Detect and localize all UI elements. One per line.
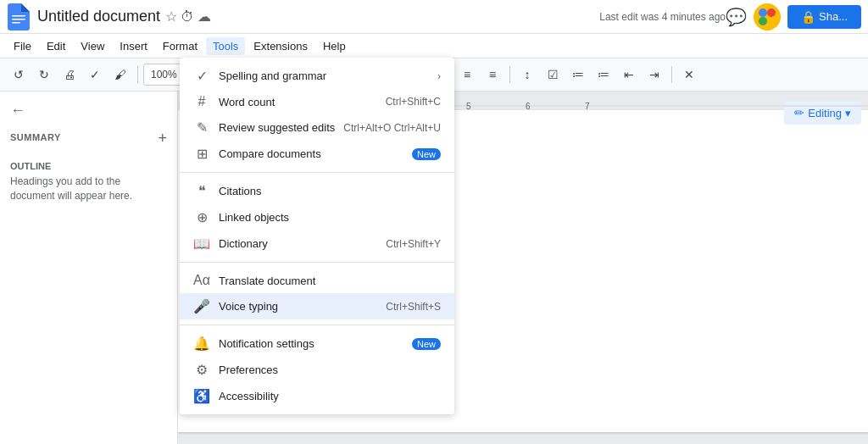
menu-linked-objects[interactable]: ⊕ Linked objects <box>180 204 454 230</box>
menu-translate[interactable]: Aα Translate document <box>180 268 454 293</box>
sidebar-nav: ← <box>10 102 167 119</box>
outline-hint: Headings you add to the document will ap… <box>10 175 167 203</box>
menu-item-extensions[interactable]: Extensions <box>247 37 314 55</box>
separator-3 <box>180 325 454 325</box>
notification-badge: New <box>412 338 441 350</box>
menu-compare-docs[interactable]: ⊞ Compare documents New <box>180 141 454 167</box>
word-count-label: Word count <box>219 96 377 108</box>
account-avatar[interactable] <box>754 3 781 31</box>
menu-preferences[interactable]: ⚙ Preferences <box>180 357 454 383</box>
add-summary-icon[interactable]: + <box>158 130 167 147</box>
menu-spelling-grammar[interactable]: ✓ Spelling and grammar › <box>180 63 454 89</box>
separator-2 <box>180 262 454 263</box>
decrease-indent-button[interactable]: ⇤ <box>617 63 641 86</box>
sidebar: ← SUMMARY + OUTLINE Headings you add to … <box>0 92 178 444</box>
menu-item-edit[interactable]: Edit <box>40 37 72 55</box>
notification-icon: 🔔 <box>193 336 210 352</box>
voice-shortcut: Ctrl+Shift+S <box>386 301 441 313</box>
linked-icon: ⊕ <box>193 209 210 225</box>
dropdown-arrow-icon: ▾ <box>845 107 851 119</box>
spelling-label: Spelling and grammar <box>219 69 429 82</box>
menu-bar: File Edit View Insert Format Tools Exten… <box>0 34 868 58</box>
align-justify-button[interactable]: ≡ <box>481 63 504 86</box>
svg-rect-2 <box>12 22 20 24</box>
spell-check-button[interactable]: ✓ <box>83 63 107 86</box>
svg-point-5 <box>759 17 767 25</box>
menu-item-file[interactable]: File <box>7 37 38 55</box>
word-count-shortcut: Ctrl+Shift+C <box>386 96 441 108</box>
menu-item-format[interactable]: Format <box>156 37 204 55</box>
svg-rect-0 <box>12 15 25 17</box>
toolbar-separator-5 <box>509 66 510 83</box>
compare-icon: ⊞ <box>193 146 210 162</box>
svg-rect-1 <box>12 19 25 20</box>
last-edit-text: Last edit was 4 minutes ago <box>599 11 726 23</box>
menu-word-count[interactable]: # Word count Ctrl+Shift+C <box>180 89 454 114</box>
review-label: Review suggested edits <box>219 121 335 134</box>
comments-icon[interactable]: 💬 <box>726 7 747 27</box>
docs-logo-icon <box>7 3 31 31</box>
menu-accessibility[interactable]: ♿ Accessibility <box>180 383 454 409</box>
menu-item-insert[interactable]: Insert <box>113 37 154 55</box>
dictionary-icon: 📖 <box>193 236 210 252</box>
menu-item-tools[interactable]: Tools <box>206 37 245 55</box>
menu-item-view[interactable]: View <box>74 37 111 55</box>
citations-label: Citations <box>219 185 441 197</box>
menu-dictionary[interactable]: 📖 Dictionary Ctrl+Shift+Y <box>180 230 454 257</box>
title-bar: Untitled document ☆ ⏱ ☁ Last edit was 4 … <box>0 0 868 34</box>
cloud-icon: ☁ <box>198 8 211 25</box>
spelling-arrow-icon: › <box>437 70 441 82</box>
share-label: Sha... <box>819 10 848 23</box>
review-icon: ✎ <box>193 119 210 136</box>
svg-point-6 <box>767 17 776 25</box>
checklist-button[interactable]: ☑ <box>541 63 565 86</box>
sidebar-back-icon[interactable]: ← <box>10 102 25 119</box>
document-title[interactable]: Untitled document <box>37 8 160 25</box>
compare-label: Compare documents <box>219 147 397 160</box>
menu-review-edits[interactable]: ✎ Review suggested edits Ctrl+Alt+O Ctrl… <box>180 114 454 141</box>
redo-button[interactable]: ↻ <box>32 63 56 86</box>
voice-label: Voice typing <box>219 300 377 313</box>
print-button[interactable]: 🖨 <box>58 63 81 86</box>
numbered-list-button[interactable]: ≔ <box>592 63 615 86</box>
separator-1 <box>180 172 454 173</box>
menu-item-help[interactable]: Help <box>316 37 353 55</box>
pencil-icon: ✏ <box>794 106 804 119</box>
undo-button[interactable]: ↺ <box>7 63 31 86</box>
top-right-actions: 💬 🔒 Sha... <box>726 3 861 31</box>
linked-label: Linked objects <box>219 211 441 224</box>
bullet-list-button[interactable]: ≔ <box>566 63 590 86</box>
citations-icon: ❝ <box>193 183 210 199</box>
compare-badge: New <box>412 148 441 160</box>
preferences-icon: ⚙ <box>193 362 210 378</box>
notification-label: Notification settings <box>219 337 397 350</box>
dictionary-label: Dictionary <box>219 237 377 250</box>
accessibility-label: Accessibility <box>219 390 441 402</box>
sidebar-summary-section: SUMMARY + <box>10 130 167 147</box>
svg-point-4 <box>767 8 776 17</box>
spelling-icon: ✓ <box>193 68 210 84</box>
history-icon[interactable]: ⏱ <box>181 9 194 25</box>
translate-icon: Aα <box>193 273 210 288</box>
word-count-icon: # <box>193 94 210 109</box>
align-right-button[interactable]: ≡ <box>455 63 479 86</box>
outline-title: OUTLINE <box>10 161 167 171</box>
line-spacing-button[interactable]: ↕ <box>515 63 539 86</box>
editing-label: Editing <box>808 107 842 119</box>
clear-formatting-button[interactable]: ✕ <box>677 63 701 86</box>
toolbar-separator-6 <box>671 66 672 83</box>
paint-format-button[interactable]: 🖌 <box>108 63 132 86</box>
summary-title: SUMMARY <box>10 132 61 142</box>
translate-label: Translate document <box>219 275 441 287</box>
share-button[interactable]: 🔒 Sha... <box>787 5 861 29</box>
svg-point-3 <box>759 8 767 17</box>
tools-dropdown-menu: ✓ Spelling and grammar › # Word count Ct… <box>180 58 454 414</box>
toolbar-separator-1 <box>137 66 138 83</box>
increase-indent-button[interactable]: ⇥ <box>643 63 666 86</box>
sidebar-outline-section: OUTLINE Headings you add to the document… <box>10 161 167 203</box>
menu-notification-settings[interactable]: 🔔 Notification settings New <box>180 330 454 357</box>
voice-icon: 🎤 <box>193 298 210 314</box>
menu-voice-typing[interactable]: 🎤 Voice typing Ctrl+Shift+S <box>180 293 454 319</box>
menu-citations[interactable]: ❝ Citations <box>180 178 454 204</box>
star-icon[interactable]: ☆ <box>165 8 177 25</box>
